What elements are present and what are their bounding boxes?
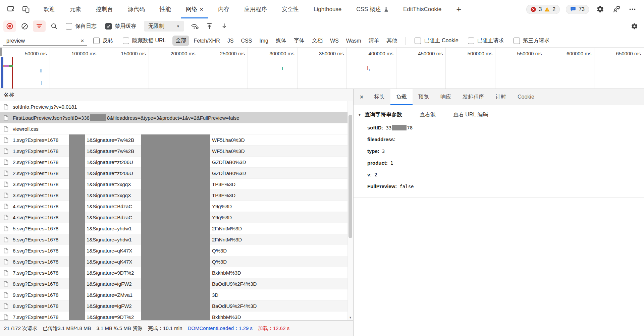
disable-cache-checkbox[interactable]: 禁用缓存 bbox=[105, 23, 136, 30]
checkbox-unchecked[interactable] bbox=[514, 38, 520, 44]
type-filter-img[interactable]: Img bbox=[256, 36, 271, 46]
tab-editthiscookie[interactable]: EditThisCookie bbox=[396, 0, 449, 18]
checkbox-unchecked[interactable] bbox=[123, 38, 129, 44]
scrollbar-thumb[interactable] bbox=[348, 115, 352, 238]
checkbox-checked[interactable] bbox=[105, 23, 112, 30]
import-har-icon[interactable] bbox=[203, 20, 216, 32]
file-icon bbox=[4, 259, 8, 265]
waterfall-bar bbox=[1, 57, 3, 88]
blocked-requests-checkbox[interactable]: 已阻止请求 bbox=[468, 37, 504, 44]
timeline-tick-label: 550000 ms bbox=[492, 51, 542, 56]
file-icon bbox=[4, 159, 8, 165]
view-url-encoded-link[interactable]: 查看 URL 编码 bbox=[453, 111, 488, 118]
type-filter-fetch-xhr[interactable]: Fetch/XHR bbox=[191, 36, 223, 46]
file-icon bbox=[4, 192, 8, 198]
tab-elements[interactable]: 元素 bbox=[62, 0, 89, 18]
filter-button[interactable] bbox=[33, 20, 46, 32]
throttling-dropdown[interactable]: 无限制 ▼ bbox=[144, 21, 184, 32]
tab-memory[interactable]: 内存 bbox=[211, 0, 237, 18]
type-filter-manifest[interactable]: 清单 bbox=[365, 36, 382, 46]
timeline-tick-label: 50000 ms bbox=[0, 51, 47, 56]
tab-lighthouse[interactable]: Lighthouse bbox=[306, 0, 349, 18]
details-tab-preview[interactable]: 预览 bbox=[413, 89, 435, 105]
panel-tabs: 欢迎元素控制台源代码性能网络×内存应用程序安全性LighthouseCSS 概述… bbox=[36, 0, 469, 18]
details-tab-initiator[interactable]: 发起程序 bbox=[457, 89, 490, 105]
tab-application[interactable]: 应用程序 bbox=[237, 0, 274, 18]
type-filter-font[interactable]: 字体 bbox=[291, 36, 308, 46]
timeline-tick-label: 100000 ms bbox=[46, 51, 96, 56]
issues-badge[interactable]: 3 2 bbox=[526, 5, 560, 14]
details-tab-timing[interactable]: 计时 bbox=[490, 89, 512, 105]
details-tab-cookies[interactable]: Cookie bbox=[512, 89, 540, 105]
search-button[interactable] bbox=[48, 20, 60, 32]
close-details-icon[interactable]: × bbox=[355, 89, 368, 105]
waterfall-tick bbox=[41, 81, 42, 85]
network-settings-gear-icon[interactable] bbox=[628, 20, 641, 32]
network-conditions-icon[interactable] bbox=[189, 20, 201, 32]
checkbox-unchecked[interactable] bbox=[66, 23, 72, 30]
param-value: 2 bbox=[374, 172, 377, 177]
tab-new[interactable]: + bbox=[449, 0, 469, 18]
clear-filter-icon[interactable]: × bbox=[80, 38, 84, 44]
request-name: FirstLoadPreviewJson?softID=338 bbox=[13, 115, 90, 121]
request-name: 1.svg?Expires=1678 bbox=[13, 148, 58, 154]
details-tab-payload[interactable]: 负载 bbox=[390, 89, 413, 105]
request-list-scrollbar[interactable]: ▼ bbox=[347, 101, 353, 320]
settings-gear-icon[interactable] bbox=[595, 4, 605, 14]
checkbox-unchecked[interactable] bbox=[93, 38, 100, 44]
hide-data-url-checkbox[interactable]: 隐藏数据 URL bbox=[123, 37, 166, 44]
export-har-icon[interactable] bbox=[218, 20, 231, 32]
more-options-icon[interactable] bbox=[627, 4, 637, 14]
type-filter-media[interactable]: 媒体 bbox=[273, 36, 289, 46]
record-network-log-button[interactable] bbox=[3, 20, 16, 32]
checkbox-unchecked[interactable] bbox=[468, 38, 474, 44]
type-filter-doc[interactable]: 文档 bbox=[309, 36, 326, 46]
request-list-header[interactable]: 名称 bbox=[0, 89, 353, 101]
details-tab-response[interactable]: 响应 bbox=[435, 89, 457, 105]
blocked-cookies-checkbox[interactable]: 已阻止 Cookie bbox=[415, 37, 458, 44]
tab-label: 元素 bbox=[70, 5, 81, 13]
tab-security[interactable]: 安全性 bbox=[274, 0, 306, 18]
network-overview-timeline[interactable]: 50000 ms100000 ms150000 ms200000 ms25000… bbox=[0, 48, 644, 89]
messages-badge[interactable]: 73 bbox=[566, 5, 589, 14]
type-filter-ws[interactable]: WS bbox=[327, 36, 342, 46]
blocked-requests-label: 已阻止请求 bbox=[477, 37, 504, 44]
tab-console[interactable]: 控制台 bbox=[89, 0, 120, 18]
tab-label: + bbox=[456, 4, 461, 14]
tab-welcome[interactable]: 欢迎 bbox=[36, 0, 62, 18]
request-row[interactable]: FirstLoadPreviewJson?softID=3388&fileadd… bbox=[0, 112, 353, 123]
third-party-checkbox[interactable]: 第三方请求 bbox=[514, 37, 550, 44]
type-filter-all[interactable]: 全部 bbox=[172, 36, 189, 46]
preserve-log-checkbox[interactable]: 保留日志 bbox=[66, 23, 97, 30]
feedback-icon[interactable] bbox=[611, 4, 621, 14]
type-filter-wasm[interactable]: Wasm bbox=[343, 36, 364, 46]
clear-network-log-button[interactable] bbox=[18, 20, 31, 32]
filter-search-input[interactable] bbox=[6, 38, 80, 44]
request-row[interactable]: softInfo.Preview.js?v=0.0181 bbox=[0, 101, 353, 112]
param-value: false bbox=[399, 184, 414, 189]
close-tab-icon[interactable]: × bbox=[200, 6, 203, 12]
inspect-element-icon[interactable] bbox=[6, 4, 16, 14]
timeline-tick-label: 400000 ms bbox=[343, 51, 393, 56]
tab-sources[interactable]: 源代码 bbox=[120, 0, 152, 18]
details-tab-headers[interactable]: 标头 bbox=[368, 89, 390, 105]
toggle-device-toolbar-icon[interactable] bbox=[21, 4, 31, 14]
scrollbar-down-arrow[interactable]: ▼ bbox=[348, 316, 353, 319]
tab-performance[interactable]: 性能 bbox=[152, 0, 178, 18]
type-filter-other[interactable]: 其他 bbox=[383, 36, 400, 46]
checkbox-unchecked[interactable] bbox=[415, 38, 421, 44]
request-name: WF5Lha0%3D bbox=[212, 148, 245, 154]
tab-network[interactable]: 网络× bbox=[178, 0, 211, 18]
collapse-triangle-icon[interactable]: ▼ bbox=[358, 113, 361, 117]
query-param-row: FullPreview:false bbox=[367, 180, 644, 192]
request-name: WF5Lha0%3D bbox=[212, 137, 245, 143]
request-row[interactable]: viewroll.css bbox=[0, 123, 353, 134]
waterfall-tick bbox=[9, 65, 13, 67]
invert-filter-checkbox[interactable]: 反转 bbox=[93, 37, 113, 44]
type-filter-css[interactable]: CSS bbox=[238, 36, 255, 46]
view-source-link[interactable]: 查看源 bbox=[420, 111, 436, 118]
request-name: 3.svg?Expires=1678 bbox=[13, 181, 58, 187]
type-filter-js[interactable]: JS bbox=[224, 36, 237, 46]
filter-search-box[interactable]: × bbox=[3, 36, 87, 46]
tab-css-overview[interactable]: CSS 概述 bbox=[349, 0, 396, 18]
